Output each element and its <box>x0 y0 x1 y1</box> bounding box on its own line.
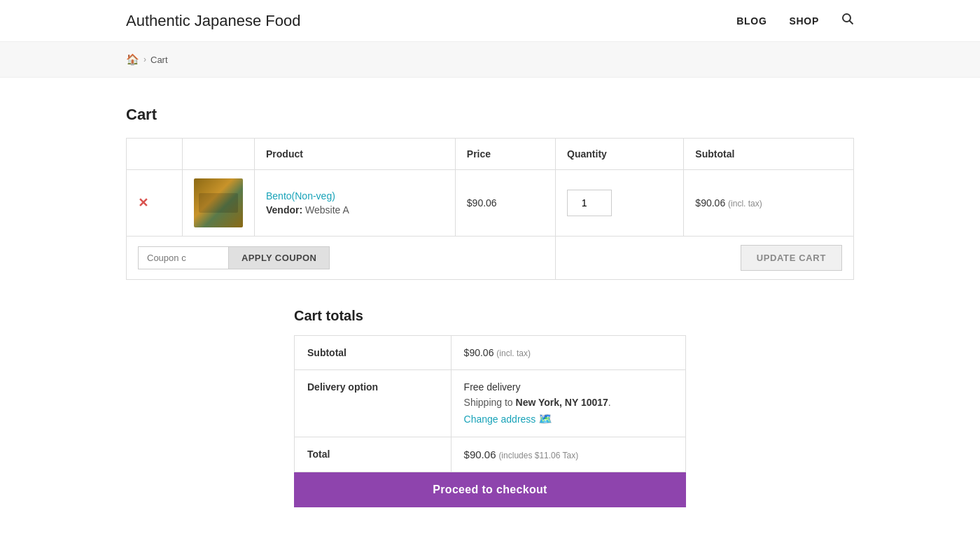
nav-blog[interactable]: BLOG <box>736 15 766 27</box>
subtotal-value: $90.06 <box>695 197 725 209</box>
svg-line-1 <box>850 21 853 24</box>
product-name-link[interactable]: Bento(Non-veg) <box>266 190 444 202</box>
home-icon[interactable]: 🏠 <box>126 53 139 66</box>
coupon-cell: APPLY COUPON <box>127 237 556 280</box>
change-address-text: Change address <box>464 414 536 425</box>
breadcrumb-bar: 🏠 › Cart <box>0 42 980 78</box>
page-title: Cart <box>126 106 854 124</box>
table-row: ✕ Bento(Non-veg) Vendor: Website A $90.0… <box>127 170 854 237</box>
shipping-address-text: Shipping to New York, NY 10017. <box>464 397 673 408</box>
price-cell: $90.06 <box>455 170 555 237</box>
col-quantity-header: Quantity <box>556 139 684 170</box>
change-address-link[interactable]: Change address 🗺️ <box>464 412 553 425</box>
update-cart-cell: UPDATE CART <box>556 237 854 280</box>
apply-coupon-button[interactable]: APPLY COUPON <box>229 246 330 269</box>
subtotal-value-cell: $90.06 (incl. tax) <box>451 336 685 370</box>
shipping-to-label: Shipping to <box>464 397 513 408</box>
subtotal-amount: $90.06 <box>464 347 494 358</box>
incl-tax-label: (incl. tax) <box>728 199 762 209</box>
svg-point-0 <box>843 14 850 22</box>
remove-cell: ✕ <box>127 170 183 237</box>
col-remove-header <box>127 139 183 170</box>
totals-table: Subtotal $90.06 (incl. tax) Delivery opt… <box>294 335 686 472</box>
cart-actions-row: APPLY COUPON UPDATE CART <box>127 237 854 280</box>
update-cart-button[interactable]: UPDATE CART <box>741 245 842 271</box>
cart-totals-title: Cart totals <box>294 308 686 324</box>
subtotal-label: Subtotal <box>295 336 451 370</box>
subtotal-cell: $90.06 (incl. tax) <box>684 170 854 237</box>
subtotal-tax-note: (incl. tax) <box>496 348 531 358</box>
cart-totals-section: Cart totals Subtotal $90.06 (incl. tax) … <box>294 308 686 507</box>
search-icon[interactable] <box>841 13 854 29</box>
col-price-header: Price <box>455 139 555 170</box>
breadcrumb: 🏠 › Cart <box>126 53 854 66</box>
total-value-cell: $90.06 (includes $11.06 Tax) <box>451 437 685 472</box>
product-thumbnail <box>194 178 243 227</box>
delivery-row: Delivery option Free delivery Shipping t… <box>295 370 686 437</box>
proceed-to-checkout-button[interactable]: Proceed to checkout <box>294 472 686 507</box>
delivery-option: Free delivery <box>464 381 673 393</box>
shipping-location: New York, NY 10017 <box>516 397 608 408</box>
remove-item-button[interactable]: ✕ <box>138 195 148 211</box>
breadcrumb-current: Cart <box>150 55 168 65</box>
col-subtotal-header: Subtotal <box>684 139 854 170</box>
site-header: Authentic Japanese Food BLOG SHOP <box>0 0 980 42</box>
delivery-label: Delivery option <box>295 370 451 437</box>
product-vendor: Vendor: Website A <box>266 204 444 216</box>
breadcrumb-separator: › <box>144 55 146 64</box>
total-amount: $90.06 <box>464 449 496 460</box>
col-image-header <box>183 139 255 170</box>
coupon-input[interactable] <box>138 246 229 269</box>
main-nav: BLOG SHOP <box>736 13 854 29</box>
total-tax-note: (includes $11.06 Tax) <box>498 451 578 460</box>
delivery-value-cell: Free delivery Shipping to New York, NY 1… <box>451 370 685 437</box>
subtotal-row: Subtotal $90.06 (incl. tax) <box>295 336 686 370</box>
shipping-period: . <box>608 397 611 408</box>
col-product-header: Product <box>255 139 456 170</box>
total-row: Total $90.06 (includes $11.06 Tax) <box>295 437 686 472</box>
site-title: Authentic Japanese Food <box>126 12 301 30</box>
quantity-cell <box>556 170 684 237</box>
main-content: Cart Product Price Quantity Subtotal ✕ <box>0 78 980 549</box>
product-price: $90.06 <box>467 197 497 209</box>
nav-shop[interactable]: SHOP <box>790 15 819 27</box>
vendor-label: Vendor: <box>266 204 302 216</box>
total-label: Total <box>295 437 451 472</box>
product-image-cell <box>183 170 255 237</box>
map-icon: 🗺️ <box>538 412 552 425</box>
quantity-input[interactable] <box>567 190 612 216</box>
vendor-name: Website A <box>305 204 349 216</box>
cart-table: Product Price Quantity Subtotal ✕ Bento(… <box>126 138 854 280</box>
product-cell: Bento(Non-veg) Vendor: Website A <box>255 170 456 237</box>
coupon-wrap: APPLY COUPON <box>138 246 544 269</box>
